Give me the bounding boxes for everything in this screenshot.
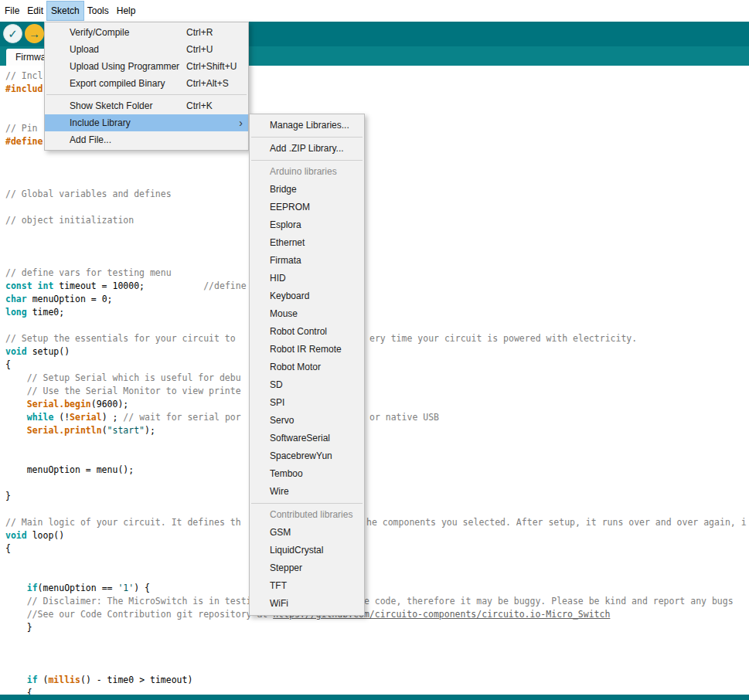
code-line: {: [0, 358, 749, 372]
submenu-item-tft[interactable]: TFT: [250, 577, 364, 595]
menu-shortcut: Ctrl+U: [186, 41, 213, 58]
code-line: [0, 450, 749, 464]
code-line: [0, 647, 749, 661]
submenu-item-robot-motor[interactable]: Robot Motor: [250, 358, 364, 376]
submenu-header-arduino-libraries: Arduino libraries: [250, 163, 364, 181]
code-line: [0, 175, 749, 188]
code-text: menuOption = 0;: [27, 294, 113, 304]
code-text: // define vars for testing menu: [5, 267, 172, 278]
tab-label: Firmwa: [15, 52, 46, 63]
menu-item-label: Contributed libraries: [270, 509, 352, 520]
submenu-item-stepper[interactable]: Stepper: [250, 559, 364, 577]
menu-item-upload[interactable]: UploadCtrl+U: [45, 41, 248, 58]
submenu-item-hid[interactable]: HID: [250, 270, 364, 287]
menu-item-verify-compile[interactable]: Verify/CompileCtrl+R: [45, 24, 248, 41]
menu-item-label: Include Library: [70, 117, 131, 128]
code-line: [0, 634, 749, 647]
code-line: }: [0, 621, 749, 634]
submenu-item-esplora[interactable]: Esplora: [250, 216, 364, 234]
submenu-item-spacebrewyun[interactable]: SpacebrewYun: [250, 447, 364, 465]
menu-shortcut: Ctrl+Alt+S: [186, 75, 229, 92]
code-text: ery time your circuit is powered with el…: [369, 332, 637, 345]
menu-item-label: Bridge: [270, 184, 297, 195]
code-line: // object initialization: [0, 214, 749, 227]
submenu-item-liquidcrystal[interactable]: LiquidCrystal: [250, 542, 364, 559]
menu-item-label: SoftwareSerial: [270, 433, 330, 443]
submenu-item-mouse[interactable]: Mouse: [250, 305, 364, 323]
code-text: Serial.begin: [27, 399, 91, 409]
upload-button[interactable]: →: [25, 24, 44, 43]
code-text: {: [5, 543, 11, 554]
code-text: [5, 412, 27, 423]
menu-item-label: Servo: [270, 415, 294, 426]
sketch-menu: Verify/CompileCtrl+RUploadCtrl+UUpload U…: [44, 22, 249, 151]
submenu-item-spi[interactable]: SPI: [250, 394, 364, 412]
menu-item-add-file[interactable]: Add File...: [45, 131, 248, 148]
submenu-item-eeprom[interactable]: EEPROM: [250, 199, 364, 216]
code-text: // Pin: [5, 123, 43, 134]
menu-item-label: Keyboard: [270, 291, 309, 301]
submenu-item-robot-control[interactable]: Robot Control: [250, 323, 364, 341]
menubar-item-tools[interactable]: Tools: [83, 2, 113, 20]
menubar-item-help[interactable]: Help: [113, 2, 140, 20]
code-text: while: [27, 412, 54, 423]
submenu-item-ethernet[interactable]: Ethernet: [250, 234, 364, 252]
code-line: // Global variables and defines: [0, 188, 749, 201]
code-text: (: [38, 675, 49, 685]
submenu-item-robot-ir-remote[interactable]: Robot IR Remote: [250, 341, 364, 358]
menu-item-label: WiFi: [270, 598, 288, 609]
menu-item-include-library[interactable]: Include Library›: [45, 114, 248, 131]
code-line: // Disclaimer: The MicroSwitch is in tes…: [0, 595, 749, 608]
code-line: [0, 319, 749, 332]
submenu-item-manage-libraries[interactable]: Manage Libraries...: [250, 117, 364, 134]
code-text: }: [5, 622, 32, 633]
code-text: he components you selected. After setup,…: [366, 516, 747, 529]
submenu-item-gsm[interactable]: GSM: [250, 524, 364, 542]
submenu-item-firmata[interactable]: Firmata: [250, 252, 364, 270]
menu-item-label: Wire: [270, 486, 289, 497]
menu-item-export-compiled-binary[interactable]: Export compiled BinaryCtrl+Alt+S: [45, 75, 248, 92]
menu-item-label: Mouse: [270, 308, 298, 319]
menu-item-show-sketch-folder[interactable]: Show Sketch FolderCtrl+K: [45, 97, 248, 114]
code-text: (: [102, 425, 107, 436]
submenu-item-add-zip-library[interactable]: Add .ZIP Library...: [250, 140, 364, 158]
code-line: [0, 437, 749, 450]
submenu-item-bridge[interactable]: Bridge: [250, 181, 364, 199]
code-line: const int timeout = 10000; //define ti: [0, 280, 749, 293]
code-line: // Main logic of your circuit. It define…: [0, 516, 749, 529]
menubar-item-edit[interactable]: Edit: [23, 2, 47, 20]
menu-item-label: Upload: [70, 44, 99, 55]
menu-item-label: Firmata: [270, 255, 301, 266]
verify-button[interactable]: ✓: [3, 24, 22, 43]
menu-item-label: Export compiled Binary: [70, 78, 165, 89]
submenu-item-softwareserial[interactable]: SoftwareSerial: [250, 430, 364, 447]
code-editor[interactable]: // Incl#includ// Pin #define// Global va…: [0, 66, 749, 695]
submenu-item-sd[interactable]: SD: [250, 376, 364, 394]
menubar-item-file[interactable]: File: [1, 2, 23, 20]
submenu-item-keyboard[interactable]: Keyboard: [250, 287, 364, 305]
code-text: loop(): [27, 530, 64, 541]
submenu-item-servo[interactable]: Servo: [250, 412, 364, 430]
menu-item-label: Esplora: [270, 219, 301, 230]
code-line: char menuOption = 0;: [0, 293, 749, 306]
code-text: [5, 583, 27, 593]
submenu-item-wifi[interactable]: WiFi: [250, 595, 364, 613]
code-text: char: [5, 294, 27, 304]
code-text: Serial: [70, 412, 102, 423]
code-text: // wait for serial por: [123, 412, 240, 423]
menubar-item-sketch[interactable]: Sketch: [47, 2, 83, 20]
code-text: menuOption = menu();: [5, 464, 134, 475]
code-text: timeout = 10000;: [53, 280, 203, 291]
menu-item-upload-using-programmer[interactable]: Upload Using ProgrammerCtrl+Shift+U: [45, 58, 248, 75]
menu-separator: [251, 503, 363, 504]
code-text: {: [5, 688, 32, 695]
code-line: // Setup the essentials for your circuit…: [0, 332, 749, 345]
submenu-item-temboo[interactable]: Temboo: [250, 465, 364, 483]
code-text: "start": [107, 425, 145, 436]
submenu-item-wire[interactable]: Wire: [250, 483, 364, 501]
code-line: {: [0, 687, 749, 695]
code-text: [5, 425, 27, 436]
code-text: // Use the Serial Monitor to view printe: [5, 386, 241, 396]
menu-bar: FileEditSketchToolsHelp: [0, 0, 749, 22]
code-text: long: [5, 307, 27, 318]
